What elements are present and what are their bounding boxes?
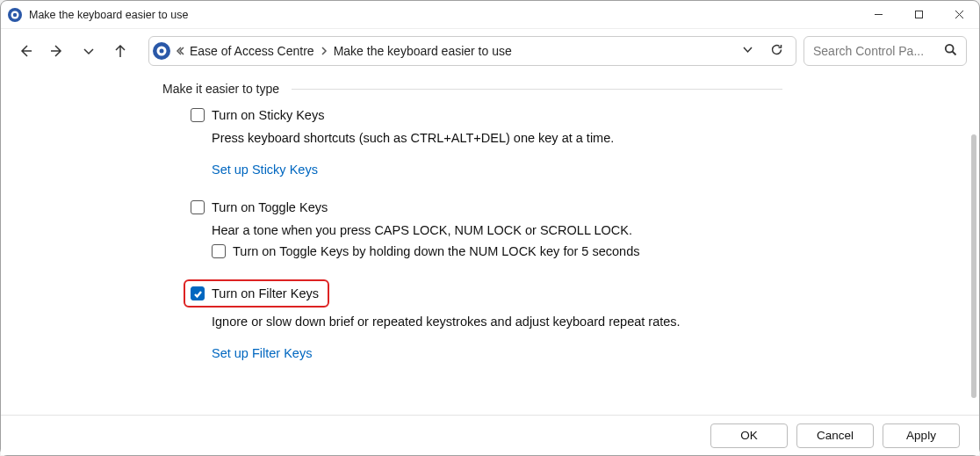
svg-point-1 bbox=[13, 12, 17, 16]
up-button[interactable] bbox=[108, 39, 133, 63]
toggle-keys-label: Turn on Toggle Keys bbox=[212, 200, 328, 214]
checkbox[interactable] bbox=[212, 244, 226, 258]
checkbox[interactable] bbox=[191, 108, 205, 122]
titlebar: Make the keyboard easier to use bbox=[1, 1, 979, 29]
svg-point-8 bbox=[946, 44, 954, 52]
window-controls bbox=[858, 1, 979, 28]
toggle-keys-block: Turn on Toggle Keys Hear a tone when you… bbox=[162, 199, 782, 258]
toggle-keys-numlock-row[interactable]: Turn on Toggle Keys by holding down the … bbox=[212, 244, 782, 258]
breadcrumb-item[interactable]: Ease of Access Centre bbox=[190, 44, 314, 58]
checkbox[interactable] bbox=[191, 286, 205, 300]
window-title: Make the keyboard easier to use bbox=[29, 9, 858, 21]
refresh-button[interactable] bbox=[770, 43, 783, 60]
scrollbar-thumb[interactable] bbox=[971, 134, 976, 398]
nav-row: Ease of Access Centre Make the keyboard … bbox=[1, 29, 979, 73]
svg-line-9 bbox=[953, 51, 956, 54]
cancel-button[interactable]: Cancel bbox=[796, 423, 874, 448]
sticky-keys-desc: Press keyboard shortcuts (such as CTRL+A… bbox=[212, 131, 782, 145]
chevron-right-icon bbox=[320, 43, 328, 59]
filter-keys-label: Turn on Filter Keys bbox=[212, 286, 319, 300]
apply-button[interactable]: Apply bbox=[883, 423, 960, 448]
filter-keys-block: Turn on Filter Keys Ignore or slow down … bbox=[162, 279, 782, 361]
checkbox[interactable] bbox=[191, 200, 205, 214]
scrollbar[interactable] bbox=[970, 134, 977, 415]
address-dropdown[interactable] bbox=[741, 43, 754, 60]
toggle-keys-desc: Hear a tone when you press CAPS LOCK, NU… bbox=[212, 223, 782, 237]
section-heading: Make it easier to type bbox=[162, 82, 279, 96]
sticky-keys-label: Turn on Sticky Keys bbox=[212, 108, 324, 122]
chevron-left-icon[interactable] bbox=[176, 43, 184, 59]
svg-rect-3 bbox=[915, 11, 922, 18]
breadcrumb-item[interactable]: Make the keyboard easier to use bbox=[334, 44, 512, 58]
toggle-keys-numlock-label: Turn on Toggle Keys by holding down the … bbox=[233, 244, 639, 258]
ok-button[interactable]: OK bbox=[710, 423, 788, 448]
control-panel-icon bbox=[153, 42, 170, 60]
svg-point-7 bbox=[160, 49, 164, 54]
window: Make the keyboard easier to use Ease of … bbox=[0, 0, 980, 456]
back-button[interactable] bbox=[13, 39, 38, 63]
minimize-button[interactable] bbox=[858, 1, 898, 28]
forward-button[interactable] bbox=[45, 39, 69, 63]
control-panel-icon bbox=[8, 8, 22, 22]
filter-keys-checkbox-row[interactable]: Turn on Filter Keys bbox=[184, 279, 329, 308]
address-bar[interactable]: Ease of Access Centre Make the keyboard … bbox=[148, 36, 796, 66]
search-input[interactable]: Search Control Pa... bbox=[803, 36, 967, 66]
search-placeholder: Search Control Pa... bbox=[813, 44, 937, 58]
sticky-keys-setup-link[interactable]: Set up Sticky Keys bbox=[212, 163, 318, 177]
recent-dropdown[interactable] bbox=[76, 39, 101, 63]
sticky-keys-block: Turn on Sticky Keys Press keyboard short… bbox=[162, 106, 782, 177]
section-heading-row: Make it easier to type bbox=[162, 82, 782, 96]
toggle-keys-checkbox-row[interactable]: Turn on Toggle Keys bbox=[191, 199, 782, 216]
close-button[interactable] bbox=[939, 1, 979, 28]
sticky-keys-checkbox-row[interactable]: Turn on Sticky Keys bbox=[191, 106, 782, 124]
search-icon bbox=[944, 43, 957, 60]
content-area: Make it easier to type Turn on Sticky Ke… bbox=[1, 73, 979, 415]
divider bbox=[292, 89, 782, 90]
dialog-footer: OK Cancel Apply bbox=[1, 415, 979, 455]
filter-keys-desc: Ignore or slow down brief or repeated ke… bbox=[212, 315, 782, 329]
maximize-button[interactable] bbox=[898, 1, 939, 28]
filter-keys-setup-link[interactable]: Set up Filter Keys bbox=[212, 346, 312, 360]
